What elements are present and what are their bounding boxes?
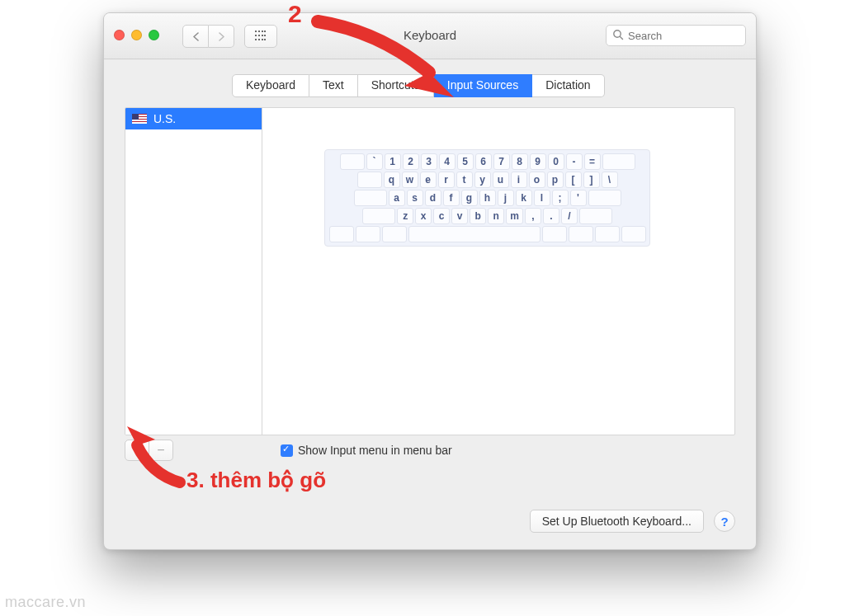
flag-us-icon [132, 114, 147, 124]
nav-back-forward [182, 25, 234, 48]
key-1: 1 [385, 153, 401, 170]
modifier-key [602, 153, 635, 170]
key-=: = [584, 153, 601, 170]
key-d: d [425, 190, 441, 206]
search-field-wrap [606, 25, 746, 46]
modifier-key [329, 226, 354, 242]
remove-source-button[interactable]: − [149, 440, 173, 461]
key-a: a [389, 190, 405, 206]
keyboard-layout-preview: `1234567890-=qwertyuiop[]\asdfghjkl;'zxc… [324, 149, 650, 247]
key-m: m [506, 208, 523, 224]
key-/: / [561, 208, 578, 224]
svg-line-1 [620, 36, 622, 39]
key-': ' [570, 190, 587, 206]
key--: - [566, 153, 583, 170]
modifier-key [588, 190, 621, 206]
watermark: maccare.vn [5, 594, 86, 611]
show-input-menu-checkbox[interactable] [281, 444, 293, 457]
key-\: \ [602, 172, 618, 188]
modifier-key [595, 226, 620, 242]
key-]: ] [583, 172, 600, 188]
tab-shortcuts[interactable]: Shortcuts [358, 74, 434, 97]
modifier-key [362, 208, 395, 224]
key-l: l [534, 190, 550, 206]
key-`: ` [366, 153, 383, 170]
tab-bar: Keyboard Text Shortcuts Input Sources Di… [232, 74, 628, 96]
tab-dictation[interactable]: Dictation [532, 74, 604, 97]
modifier-key [621, 226, 646, 242]
tab-keyboard[interactable]: Keyboard [232, 74, 309, 97]
key-p: p [547, 172, 564, 188]
back-button[interactable] [182, 25, 209, 48]
key-3: 3 [421, 153, 437, 170]
list-actions-row: + − Show Input menu in menu bar [125, 437, 735, 463]
key-2: 2 [403, 153, 419, 170]
forward-button[interactable] [209, 25, 234, 48]
key-g: g [461, 190, 478, 206]
modifier-key [569, 226, 593, 242]
input-source-label: U.S. [153, 112, 176, 125]
show-input-menu-row: Show Input menu in menu bar [281, 444, 452, 457]
modifier-key [356, 226, 380, 242]
search-icon [612, 29, 624, 43]
modifier-key [357, 172, 382, 188]
key-n: n [488, 208, 504, 224]
key-b: b [470, 208, 486, 224]
grid-icon [255, 31, 267, 42]
modifier-key [579, 208, 612, 224]
key-8: 8 [512, 153, 528, 170]
key-f: f [443, 190, 460, 206]
key-t: t [456, 172, 473, 188]
key-w: w [402, 172, 418, 188]
key-9: 9 [530, 153, 546, 170]
key-e: e [420, 172, 437, 188]
modifier-key [340, 153, 365, 170]
key-k: k [516, 190, 532, 206]
add-remove-group: + − [125, 440, 173, 461]
add-source-button[interactable]: + [125, 440, 149, 461]
key-,: , [525, 208, 541, 224]
window-controls [114, 30, 159, 40]
tab-input-sources[interactable]: Input Sources [434, 74, 532, 97]
key-y: y [474, 172, 491, 188]
keyboard-preview-pane: `1234567890-=qwertyuiop[]\asdfghjkl;'zxc… [262, 108, 734, 435]
key-c: c [433, 208, 450, 224]
key-5: 5 [457, 153, 474, 170]
modifier-key [382, 226, 407, 242]
help-button[interactable]: ? [714, 510, 735, 532]
titlebar: Keyboard [104, 13, 756, 59]
tab-text[interactable]: Text [309, 74, 358, 97]
key-;: ; [552, 190, 569, 206]
key-x: x [415, 208, 432, 224]
input-source-list[interactable]: U.S. [125, 108, 262, 435]
key-0: 0 [548, 153, 564, 170]
close-icon[interactable] [114, 30, 125, 40]
modifier-key [542, 226, 567, 242]
key-4: 4 [439, 153, 456, 170]
input-source-item-us[interactable]: U.S. [125, 108, 262, 129]
show-input-menu-label: Show Input menu in menu bar [298, 444, 452, 457]
modifier-key [354, 190, 387, 206]
key-s: s [407, 190, 423, 206]
search-input[interactable] [606, 25, 746, 46]
key-o: o [529, 172, 545, 188]
key-.: . [543, 208, 559, 224]
space-key [408, 226, 541, 242]
show-all-button[interactable] [244, 25, 277, 48]
key-u: u [493, 172, 509, 188]
key-z: z [397, 208, 413, 224]
key-h: h [479, 190, 496, 206]
setup-bluetooth-keyboard-button[interactable]: Set Up Bluetooth Keyboard... [530, 510, 704, 533]
content-panel: U.S. `1234567890-=qwertyuiop[]\asdfghjkl… [125, 107, 735, 435]
minimize-icon[interactable] [131, 30, 142, 40]
key-i: i [511, 172, 527, 188]
key-v: v [451, 208, 468, 224]
key-j: j [498, 190, 514, 206]
zoom-icon[interactable] [149, 30, 159, 40]
footer-row: Set Up Bluetooth Keyboard... ? [530, 510, 735, 533]
key-r: r [438, 172, 455, 188]
key-6: 6 [475, 153, 492, 170]
key-q: q [384, 172, 400, 188]
annotation-step-2: 2 [288, 0, 302, 28]
key-7: 7 [493, 153, 510, 170]
